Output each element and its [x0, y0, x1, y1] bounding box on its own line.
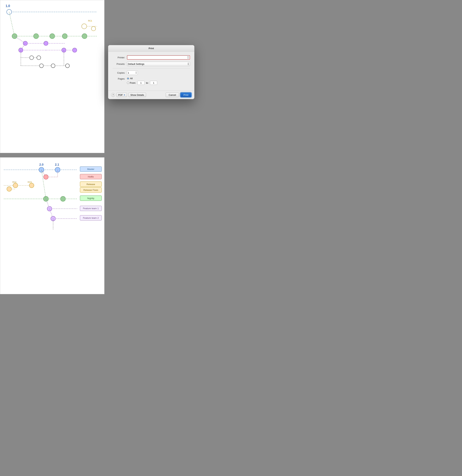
- svg-text:2.1: 2.1: [55, 163, 59, 166]
- svg-text:RC1: RC1: [88, 20, 92, 22]
- printer-label: Printer:: [112, 56, 125, 59]
- svg-line-67: [41, 170, 46, 199]
- presets-label: Presets:: [112, 63, 125, 65]
- svg-point-66: [60, 196, 66, 202]
- svg-text:Hotfix: Hotfix: [88, 175, 94, 178]
- printer-dropdown-arrow[interactable]: ▲▼: [187, 56, 189, 59]
- divider-1: [112, 68, 190, 68]
- pages-row: Pages: All From: to:: [112, 77, 190, 85]
- svg-point-16: [50, 34, 55, 39]
- print-dialog: Print Printer: ▲▼ Presets: Default Setti…: [108, 45, 195, 99]
- cancel-button[interactable]: Cancel: [166, 93, 179, 97]
- print-dialog-overlay: Print Printer: ▲▼ Presets: Default Setti…: [108, 45, 195, 99]
- svg-text:Release: Release: [87, 183, 95, 186]
- printer-row: Printer: ▲▼: [112, 55, 190, 60]
- dialog-title: Print: [108, 45, 194, 52]
- svg-point-55: [43, 175, 48, 179]
- copies-label: Copies:: [112, 71, 125, 74]
- pages-to-label: to:: [146, 82, 149, 84]
- printer-field[interactable]: ▲▼: [127, 55, 190, 60]
- dialog-footer: ? PDF ▼ Show Details Cancel Print: [108, 91, 194, 99]
- document-panel-2: 2.0 2.1 RC2 RC3: [0, 157, 104, 294]
- svg-point-42: [66, 64, 69, 68]
- print-label: Print: [183, 94, 188, 96]
- svg-text:RC3: RC3: [27, 181, 32, 183]
- svg-point-17: [62, 34, 67, 39]
- copies-stepper[interactable]: ▲▼: [135, 71, 137, 74]
- svg-point-60: [29, 183, 34, 188]
- show-details-button[interactable]: Show Details: [128, 93, 146, 97]
- main-area: 1.0 RC1: [0, 0, 462, 294]
- presets-row: Presets: Default Settings ▲▼: [112, 62, 190, 66]
- presets-value: Default Settings: [128, 63, 144, 65]
- pdf-label: PDF: [118, 94, 123, 96]
- svg-text:1.0: 1.0: [6, 4, 10, 8]
- svg-text:Release Fixes: Release Fixes: [83, 189, 98, 191]
- svg-line-8: [9, 12, 15, 36]
- pages-from-option: From: to:: [127, 81, 158, 85]
- document-panel-1: 1.0 RC1: [0, 0, 104, 153]
- pdf-dropdown-icon[interactable]: ▼: [123, 94, 125, 96]
- pages-all-radio[interactable]: [127, 77, 129, 80]
- svg-point-40: [39, 64, 43, 68]
- pages-all-label: All: [130, 77, 133, 80]
- svg-point-39: [37, 56, 41, 60]
- copies-input[interactable]: [128, 71, 134, 74]
- svg-point-23: [44, 41, 48, 46]
- pages-from-radio[interactable]: [127, 82, 129, 84]
- svg-text:2.0: 2.0: [39, 163, 43, 166]
- svg-point-18: [82, 34, 87, 39]
- svg-text:RC2: RC2: [12, 181, 16, 183]
- pages-from-input[interactable]: [137, 81, 145, 85]
- copies-field[interactable]: ▲▼: [127, 71, 138, 75]
- svg-text:Nightly: Nightly: [87, 197, 94, 200]
- presets-select[interactable]: Default Settings ▲▼: [127, 62, 190, 66]
- copies-row: Copies: ▲▼: [112, 71, 190, 75]
- pages-all-option[interactable]: All: [127, 77, 158, 80]
- svg-point-30: [73, 48, 77, 52]
- help-button[interactable]: ?: [111, 93, 115, 97]
- svg-point-61: [7, 187, 11, 191]
- print-button[interactable]: Print: [180, 93, 191, 97]
- svg-text:Feature team 2: Feature team 2: [83, 217, 99, 219]
- svg-text:Master: Master: [87, 168, 94, 170]
- svg-text:Feature team 1: Feature team 1: [83, 207, 99, 210]
- presets-arrow: ▲▼: [188, 62, 189, 66]
- pages-from-label: From:: [130, 82, 136, 84]
- svg-point-15: [34, 34, 39, 39]
- svg-point-38: [30, 56, 34, 60]
- svg-point-6: [82, 24, 87, 29]
- cancel-label: Cancel: [169, 94, 176, 96]
- show-details-label: Show Details: [130, 94, 144, 96]
- pages-label: Pages:: [112, 77, 125, 80]
- svg-point-59: [13, 183, 18, 188]
- svg-point-41: [51, 64, 55, 68]
- svg-point-7: [91, 26, 96, 31]
- pages-to-input[interactable]: [150, 81, 157, 85]
- pdf-button[interactable]: PDF ▼: [117, 93, 127, 97]
